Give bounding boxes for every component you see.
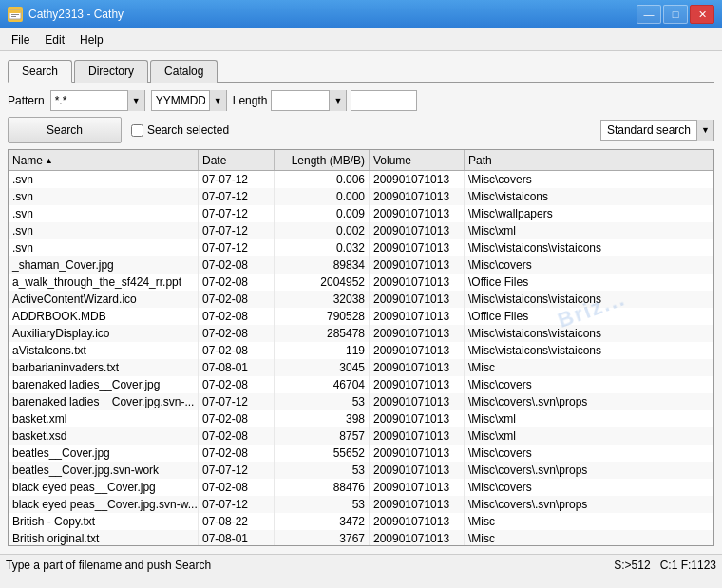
close-button[interactable]: ✕ — [690, 5, 714, 24]
table-row[interactable]: ActiveContentWizard.ico07-02-08320382009… — [9, 291, 713, 308]
length-label: Length — [233, 94, 268, 107]
standard-search-arrow[interactable]: ▼ — [696, 120, 713, 141]
title-bar-controls: — □ ✕ — [636, 5, 714, 24]
pattern-arrow[interactable]: ▼ — [127, 90, 144, 111]
search-button[interactable]: Search — [8, 117, 122, 143]
table-body: .svn07-07-120.006200901071013\Misc\cover… — [9, 171, 713, 545]
minimize-button[interactable]: — — [636, 5, 661, 24]
table-row[interactable]: black eyed peas__Cover.jpg07-02-08884762… — [9, 479, 713, 496]
standard-search-combo[interactable]: Standard search ▼ — [600, 120, 714, 141]
length-input[interactable] — [272, 91, 329, 110]
table-row[interactable]: .svn07-07-120.032200901071013\Misc\vista… — [9, 239, 713, 256]
col-header-path[interactable]: Path — [465, 150, 713, 170]
app-icon — [8, 7, 23, 22]
status-bar: Type a part of filename and push Search … — [0, 554, 722, 575]
table-row[interactable]: black eyed peas__Cover.jpg.svn-w...07-07… — [9, 496, 713, 513]
table-row[interactable]: basket.xsd07-02-088757200901071013\Misc\… — [9, 427, 713, 445]
table-row[interactable]: .svn07-07-120.006200901071013\Misc\cover… — [9, 171, 713, 188]
table-row[interactable]: a_walk_through_the_sf424_rr.ppt07-02-082… — [9, 274, 713, 291]
tab-directory[interactable]: Directory — [74, 60, 148, 83]
search-selected-checkbox[interactable] — [131, 124, 143, 137]
search-selected-label: Search selected — [147, 123, 229, 137]
length-arrow[interactable]: ▼ — [329, 90, 346, 111]
table-row[interactable]: _shaman_Cover.jpg07-02-08898342009010710… — [9, 256, 713, 274]
status-s512: S:>512 — [614, 559, 650, 572]
title-bar: Cathy2313 - Cathy — □ ✕ — [0, 0, 722, 28]
main-content: Search Directory Catalog Pattern ▼ ▼ Len… — [0, 51, 722, 554]
date-combo: ▼ — [151, 90, 227, 111]
pattern-combo[interactable]: ▼ — [50, 90, 145, 111]
length-combo: Length ▼ — [233, 90, 418, 111]
menu-item-edit[interactable]: Edit — [37, 31, 72, 48]
table-row[interactable]: aVistaIcons.txt07-02-08119200901071013\M… — [9, 342, 713, 359]
menu-bar: FileEditHelp — [0, 28, 722, 51]
standard-search-wrapper: Standard search ▼ — [600, 120, 714, 141]
sort-icon-name: ▲ — [45, 156, 53, 165]
title-bar-title: Cathy2313 - Cathy — [28, 8, 124, 21]
table-row[interactable]: barenaked ladies__Cover.jpg07-02-0846704… — [9, 376, 713, 393]
table-header: Name ▲ Date Length (MB/B) Volume Path — [9, 150, 713, 171]
col-header-date[interactable]: Date — [199, 150, 275, 170]
tab-catalog[interactable]: Catalog — [150, 60, 218, 83]
tabs: Search Directory Catalog — [8, 59, 714, 83]
search-selected-group: Search selected — [131, 123, 229, 137]
table-row[interactable]: British original.txt07-08-01376720090107… — [9, 530, 713, 545]
menu-item-help[interactable]: Help — [72, 31, 111, 48]
col-header-volume[interactable]: Volume — [370, 150, 465, 170]
svg-rect-3 — [11, 16, 16, 17]
title-bar-left: Cathy2313 - Cathy — [8, 7, 124, 22]
length-value-input[interactable] — [351, 90, 417, 111]
table-row[interactable]: barbarianinvaders.txt07-08-0130452009010… — [9, 359, 713, 376]
table-row[interactable]: basket.xml07-02-08398200901071013\Misc\x… — [9, 410, 713, 427]
table-row[interactable]: British - Copy.txt07-08-2234722009010710… — [9, 513, 713, 530]
table-row[interactable]: .svn07-07-120.002200901071013\Misc\xml — [9, 222, 713, 239]
results-table: Name ▲ Date Length (MB/B) Volume Path .s… — [8, 149, 714, 546]
status-text: Type a part of filename and push Search — [6, 559, 614, 572]
search-row: Search Search selected Standard search ▼ — [8, 117, 714, 143]
col-header-length[interactable]: Length (MB/B) — [275, 150, 370, 170]
table-row[interactable]: beatles__Cover.jpg.svn-work07-07-1253200… — [9, 462, 713, 479]
table-scroll[interactable]: .svn07-07-120.006200901071013\Misc\cover… — [9, 171, 713, 545]
table-row[interactable]: beatles__Cover.jpg07-02-0855652200901071… — [9, 445, 713, 462]
svg-rect-2 — [11, 14, 19, 15]
table-row[interactable]: .svn07-07-120.000200901071013\Misc\vista… — [9, 188, 713, 205]
menu-item-file[interactable]: File — [4, 31, 37, 48]
col-header-name[interactable]: Name ▲ — [9, 150, 199, 170]
date-input[interactable] — [152, 91, 209, 110]
length-input-combo[interactable]: ▼ — [271, 90, 347, 111]
table-row[interactable]: barenaked ladies__Cover.jpg.svn-...07-07… — [9, 393, 713, 410]
table-row[interactable]: ADDRBOOK.MDB07-02-08790528200901071013\O… — [9, 308, 713, 325]
tab-search[interactable]: Search — [8, 60, 72, 83]
date-arrow[interactable]: ▼ — [209, 90, 226, 111]
table-row[interactable]: .svn07-07-120.009200901071013\Misc\wallp… — [9, 205, 713, 222]
date-input-combo[interactable]: ▼ — [151, 90, 227, 111]
table-row[interactable]: AuxiliaryDisplay.ico07-02-08285478200901… — [9, 325, 713, 342]
status-c1f1123: C:1 F:1123 — [660, 559, 716, 572]
svg-rect-1 — [10, 10, 21, 13]
standard-search-label: Standard search — [601, 123, 696, 137]
controls-row-1: Pattern ▼ ▼ Length ▼ — [8, 90, 714, 111]
pattern-label: Pattern — [8, 94, 45, 107]
pattern-input[interactable] — [51, 91, 127, 110]
status-right: S:>512 C:1 F:1123 — [614, 559, 716, 572]
maximize-button[interactable]: □ — [663, 5, 688, 24]
